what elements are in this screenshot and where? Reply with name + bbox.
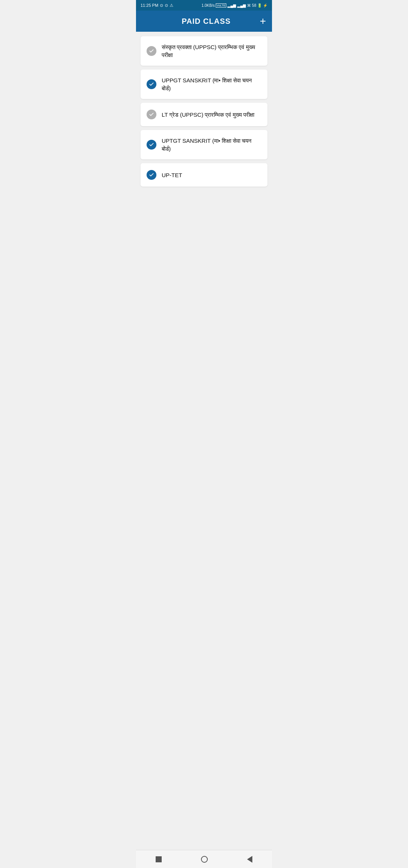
checked-icon [147,79,156,89]
unchecked-icon [147,110,156,119]
list-item-text: UPTGT SANSKRIT (मा• शिक्षा सेवा चयन बोर्… [162,137,261,153]
list-item[interactable]: UP-TET [141,163,267,187]
alert-icon: ⚠ [170,3,173,8]
list-item-text: संस्कृत प्रवक्ता (UPPSC) प्रारम्भिक एवं … [162,43,261,59]
list-item-text: LT ग्रेड (UPPSC) प्रारम्भिक एवं मुख्य पर… [162,111,261,119]
list-item[interactable]: LT ग्रेड (UPPSC) प्रारम्भिक एवं मुख्य पर… [141,103,267,126]
time-display: 11:25 PM [141,3,158,8]
data-speed: 1.0KB/s [201,3,215,8]
battery-icon-symbol: 🔋 [257,3,262,8]
list-item[interactable]: UPPGT SANSKRIT (मा• शिक्षा सेवा चयन बोर्… [141,70,267,99]
signal-bars-2: ▂▄▆ [237,3,246,8]
wifi-icon: ⌘ [247,3,251,8]
content-area: संस्कृत प्रवक्ता (UPPSC) प्रारम्भिक एवं … [136,32,272,271]
unchecked-icon [147,46,156,56]
charging-icon: ⚡ [263,3,267,8]
status-right: 1.0KB/s VoLTE ▂▄▆ ▂▄▆ ⌘ 58 🔋 ⚡ [201,3,267,8]
location-icon: ⊙ [160,3,163,8]
page-title: PAID CLASS [156,17,257,26]
list-item-text: UPPGT SANSKRIT (मा• शिक्षा सेवा चयन बोर्… [162,76,261,92]
checked-icon [147,140,156,150]
lte-badge: VoLTE [216,3,226,8]
app-header: PAID CLASS + [136,11,272,32]
settings-icon: ⊙ [165,3,168,8]
list-item-text: UP-TET [162,171,261,179]
list-item[interactable]: UPTGT SANSKRIT (मा• शिक्षा सेवा चयन बोर्… [141,130,267,159]
list-item[interactable]: संस्कृत प्रवक्ता (UPPSC) प्रारम्भिक एवं … [141,36,267,66]
battery-display: 58 🔋 [252,3,262,8]
status-bar: 11:25 PM ⊙ ⊙ ⚠ 1.0KB/s VoLTE ▂▄▆ ▂▄▆ ⌘ 5… [136,0,272,11]
checked-icon [147,170,156,180]
status-left: 11:25 PM ⊙ ⊙ ⚠ [141,3,173,8]
add-button[interactable]: + [257,14,266,28]
signal-bars-1: ▂▄▆ [227,3,236,8]
